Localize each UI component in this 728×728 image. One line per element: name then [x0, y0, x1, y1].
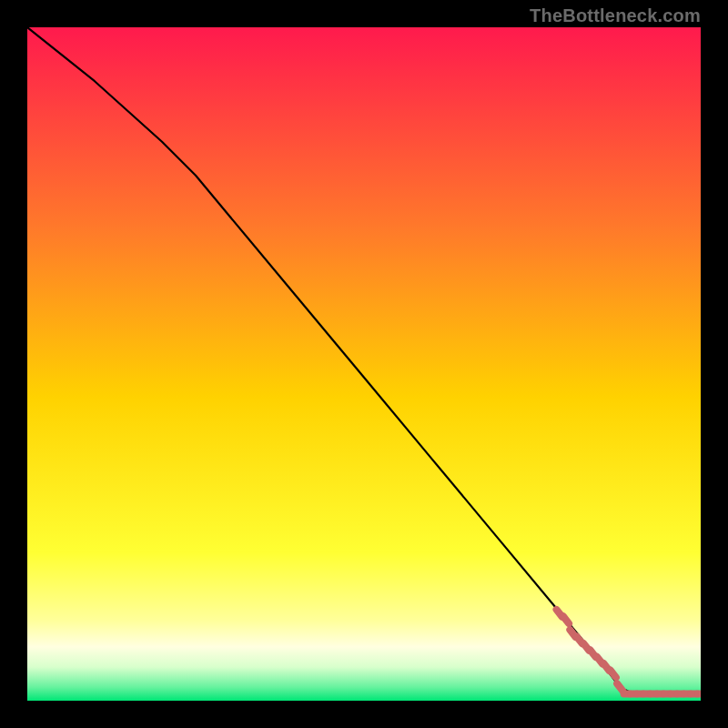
chart-overlay	[27, 27, 701, 701]
attribution-label: TheBottleneck.com	[530, 5, 701, 26]
plot-area	[27, 27, 701, 701]
highlight-markers	[551, 604, 701, 697]
chart-frame: TheBottleneck.com	[0, 0, 728, 728]
bottleneck-curve	[27, 27, 701, 694]
